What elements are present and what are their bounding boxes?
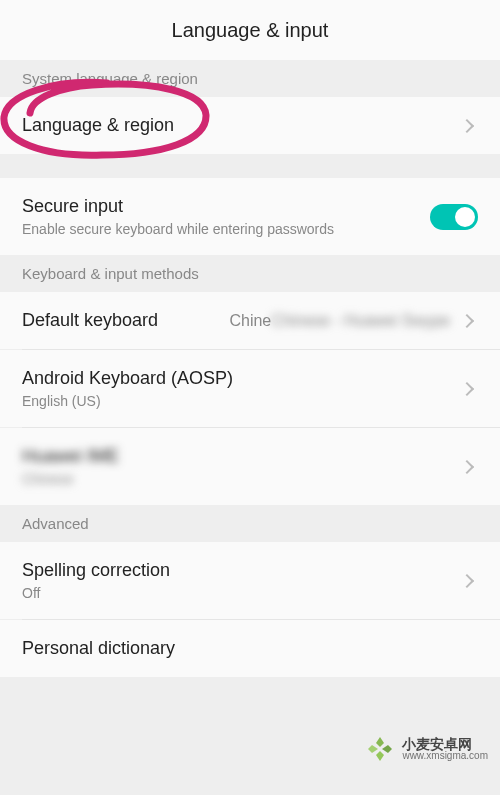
watermark-text: 小麦安卓网 www.xmsigma.com [402,737,488,761]
page-header: Language & input [0,0,500,60]
chevron-right-icon [460,313,474,327]
chevron-right-icon [460,573,474,587]
chevron-right-icon [460,459,474,473]
section-advanced: Advanced [0,505,500,542]
spelling-correction-label: Spelling correction [22,560,462,581]
item-default-keyboard[interactable]: Default keyboard ChineChinese - Huawei S… [0,292,500,349]
language-region-label: Language & region [22,115,462,136]
item-android-keyboard[interactable]: Android Keyboard (AOSP) English (US) [0,350,500,427]
chevron-right-icon [460,118,474,132]
personal-dictionary-label: Personal dictionary [22,638,478,659]
android-keyboard-label: Android Keyboard (AOSP) [22,368,462,389]
page-title: Language & input [172,19,329,42]
item-spelling-correction[interactable]: Spelling correction Off [0,542,500,619]
secure-input-label: Secure input [22,196,430,217]
item-content: Spelling correction Off [22,560,462,601]
item-language-region[interactable]: Language & region [0,97,500,154]
item-blurred-keyboard[interactable]: Huawei IME Chinese [0,428,500,505]
watermark-logo-icon [364,733,396,765]
item-content: Language & region [22,115,462,136]
item-content: Huawei IME Chinese [22,446,462,487]
section-system-language: System language & region [0,60,500,97]
blurred-keyboard-label: Huawei IME [22,446,462,467]
default-keyboard-label: Default keyboard [22,310,229,331]
item-content: Android Keyboard (AOSP) English (US) [22,368,462,409]
item-content: Personal dictionary [22,638,478,659]
watermark-title: 小麦安卓网 [402,737,488,751]
watermark-url: www.xmsigma.com [402,751,488,761]
secure-input-toggle[interactable] [430,204,478,230]
android-keyboard-subtitle: English (US) [22,393,462,409]
item-personal-dictionary[interactable]: Personal dictionary [0,620,500,677]
item-secure-input[interactable]: Secure input Enable secure keyboard whil… [0,178,500,255]
blurred-keyboard-subtitle: Chinese [22,471,462,487]
gap [0,154,500,178]
default-keyboard-value: ChineChinese - Huawei Swype [229,312,450,330]
watermark: 小麦安卓网 www.xmsigma.com [364,733,488,765]
item-content: Secure input Enable secure keyboard whil… [22,196,430,237]
secure-input-subtitle: Enable secure keyboard while entering pa… [22,221,430,237]
spelling-correction-subtitle: Off [22,585,462,601]
chevron-right-icon [460,381,474,395]
item-content: Default keyboard [22,310,229,331]
section-keyboard-methods: Keyboard & input methods [0,255,500,292]
